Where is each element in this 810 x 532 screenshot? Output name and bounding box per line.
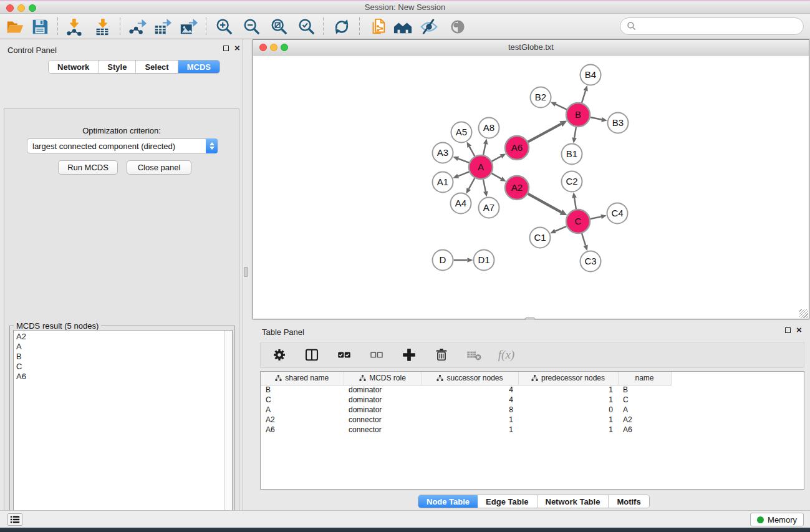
- float-panel-icon[interactable]: [223, 46, 229, 51]
- graph-edge[interactable]: [591, 216, 601, 219]
- deselect-all-icon[interactable]: [368, 346, 385, 364]
- save-session-icon[interactable]: [30, 17, 50, 37]
- close-window-button[interactable]: [6, 4, 14, 12]
- mcds-result-item[interactable]: A: [16, 342, 229, 352]
- graph-edge[interactable]: [458, 172, 470, 176]
- network-window-titlebar[interactable]: testGlobe.txt: [253, 40, 809, 56]
- tab-style[interactable]: Style: [99, 60, 136, 73]
- import-network-icon[interactable]: [64, 17, 84, 37]
- mcds-result-group: MCDS result (5 nodes) A2ABCA6: [9, 326, 235, 532]
- run-mcds-button[interactable]: Run MCDS: [58, 160, 118, 175]
- table-row[interactable]: A2connector11A2: [261, 415, 804, 425]
- maximize-window-button[interactable]: [29, 4, 36, 12]
- graph-edge[interactable]: [492, 157, 501, 162]
- network-minimize-button[interactable]: [270, 44, 277, 51]
- table-row[interactable]: A6connector11A6: [261, 425, 804, 435]
- graph-node-label: A3: [437, 147, 448, 158]
- float-table-panel-icon[interactable]: [785, 327, 791, 333]
- graph-edge[interactable]: [483, 144, 486, 155]
- edge-arrowhead-icon: [601, 117, 607, 122]
- status-bar: Memory: [0, 510, 810, 528]
- tab-select[interactable]: Select: [136, 60, 178, 73]
- toolbar-separator: [120, 17, 120, 35]
- table-cell: dominator: [344, 405, 422, 415]
- column-header-name[interactable]: name: [618, 372, 671, 385]
- mcds-result-item[interactable]: A6: [16, 372, 229, 382]
- search-field[interactable]: [620, 17, 804, 35]
- column-header-successor-nodes[interactable]: successor nodes: [422, 372, 518, 385]
- home-layout-icon[interactable]: [393, 17, 413, 37]
- import-table-icon[interactable]: [92, 17, 112, 37]
- search-input[interactable]: [640, 22, 797, 31]
- graph-edge[interactable]: [528, 124, 561, 142]
- hide-graphics-icon[interactable]: [419, 17, 439, 37]
- column-header-predecessor-nodes[interactable]: predecessor nodes: [518, 372, 618, 385]
- split-panel-icon[interactable]: [303, 346, 321, 364]
- column-header-shared-name[interactable]: shared name: [261, 372, 344, 385]
- task-history-button[interactable]: [7, 513, 22, 526]
- graph-edge[interactable]: [574, 198, 576, 209]
- select-all-icon[interactable]: [335, 346, 353, 364]
- graph-node-label: D1: [478, 254, 489, 265]
- close-table-panel-icon[interactable]: ×: [796, 327, 802, 333]
- vertical-splitter-handle[interactable]: [244, 267, 248, 277]
- column-header-mcds-role[interactable]: MCDS role: [344, 372, 422, 385]
- copy-network-icon[interactable]: [368, 17, 388, 37]
- open-session-icon[interactable]: [5, 17, 25, 37]
- mcds-result-item[interactable]: B: [16, 352, 229, 362]
- mcds-result-item[interactable]: A2: [16, 332, 229, 342]
- graph-edge[interactable]: [458, 158, 469, 163]
- control-panel: Control Panel × Network Style Select MCD…: [0, 39, 243, 510]
- graph-edge[interactable]: [582, 233, 586, 246]
- tab-network-table[interactable]: Network Table: [538, 495, 609, 508]
- tab-motifs[interactable]: Motifs: [609, 495, 648, 508]
- mcds-result-item[interactable]: C: [16, 362, 229, 372]
- mcds-result-list[interactable]: A2ABCA6: [13, 330, 233, 532]
- hierarchy-icon: [436, 375, 443, 382]
- table-panel: Table Panel × f(x) shar: [248, 320, 810, 510]
- delete-column-icon[interactable]: [433, 346, 450, 364]
- close-panel-icon[interactable]: ×: [234, 45, 240, 51]
- table-cell: A: [261, 405, 344, 415]
- graph-edge[interactable]: [556, 104, 567, 109]
- network-close-button[interactable]: [259, 44, 267, 51]
- memory-button[interactable]: Memory: [750, 513, 804, 526]
- network-graph-canvas[interactable]: B4B2BB3A5A8A6B1A3AA1C2A2A4A7CC4C1C3DD1: [253, 56, 809, 319]
- zoom-fit-icon[interactable]: [269, 17, 289, 37]
- graph-edge[interactable]: [470, 147, 475, 156]
- zoom-in-icon[interactable]: [215, 17, 234, 37]
- tab-mcds[interactable]: MCDS: [178, 60, 219, 73]
- export-network-icon[interactable]: [127, 17, 147, 37]
- table-cell: C: [261, 395, 344, 405]
- graph-edge[interactable]: [574, 127, 576, 138]
- close-panel-button[interactable]: Close panel: [127, 160, 191, 175]
- zoom-out-icon[interactable]: [242, 17, 262, 37]
- tab-edge-table[interactable]: Edge Table: [478, 495, 537, 508]
- graph-edge[interactable]: [528, 194, 561, 212]
- graph-edge[interactable]: [582, 90, 586, 103]
- table-row[interactable]: Cdominator41C: [261, 395, 804, 405]
- resize-grip-icon[interactable]: [799, 309, 808, 318]
- graph-edge[interactable]: [555, 226, 566, 231]
- add-column-icon[interactable]: [400, 346, 418, 364]
- export-table-icon[interactable]: [152, 17, 172, 37]
- table-row[interactable]: Bdominator41B: [261, 385, 804, 395]
- settings-gear-icon[interactable]: [271, 346, 288, 364]
- tab-node-table[interactable]: Node Table: [418, 495, 478, 508]
- table-row[interactable]: Adominator80A: [261, 405, 804, 415]
- minimize-window-button[interactable]: [17, 4, 25, 12]
- export-image-icon[interactable]: [178, 17, 198, 37]
- graph-edge[interactable]: [591, 117, 602, 120]
- graph-edge[interactable]: [483, 180, 486, 191]
- edge-arrowhead-icon: [572, 192, 577, 198]
- graph-edge[interactable]: [491, 173, 501, 179]
- refresh-layout-icon[interactable]: [332, 17, 352, 37]
- graph-node-label: A2: [511, 182, 523, 193]
- network-maximize-button[interactable]: [281, 44, 288, 51]
- zoom-selected-icon[interactable]: [297, 17, 317, 37]
- show-graphics-icon[interactable]: [448, 17, 468, 37]
- optimization-criterion-dropdown[interactable]: largest connected component (directed): [27, 138, 218, 153]
- graph-edge[interactable]: [469, 178, 475, 189]
- tab-network[interactable]: Network: [49, 60, 99, 73]
- scrollbar-track[interactable]: [224, 331, 232, 531]
